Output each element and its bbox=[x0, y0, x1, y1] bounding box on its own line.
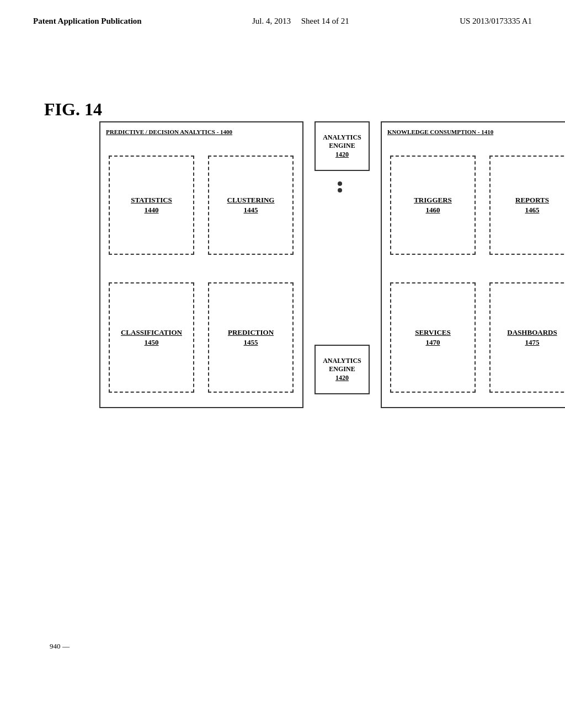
triggers-box: TRIGGERS 1460 bbox=[390, 156, 476, 255]
publication-label: Patent Application Publication bbox=[33, 17, 142, 25]
header-right: US 2013/0173335 A1 bbox=[460, 15, 532, 27]
classification-box: CLASSIFICATION 1450 bbox=[109, 282, 194, 393]
analytics-engine-bottom-label: ANALYTICS ENGINE 1420 bbox=[323, 357, 361, 383]
analytics-engine-top-label: ANALYTICS ENGINE 1420 bbox=[323, 133, 361, 159]
knowledge-title: KNOWLEDGE CONSUMPTION - 1410 bbox=[387, 128, 493, 136]
sheet-label: Sheet 14 of 21 bbox=[301, 17, 349, 25]
reports-label: REPORTS 1465 bbox=[515, 195, 549, 215]
services-box: SERVICES 1470 bbox=[390, 282, 476, 393]
clustering-label: CLUSTERING 1445 bbox=[227, 195, 275, 215]
services-label: SERVICES 1470 bbox=[415, 328, 451, 347]
dashboards-label: DASHBOARDS 1475 bbox=[507, 328, 557, 347]
analytics-dots bbox=[338, 181, 342, 192]
patent-number: US 2013/0173335 A1 bbox=[460, 17, 532, 25]
analytics-engine-bottom: ANALYTICS ENGINE 1420 bbox=[315, 345, 370, 394]
figure-label: FIG. 14 bbox=[44, 99, 102, 120]
diagram-container: PREDICTIVE / DECISION ANALYTICS - 1400 S… bbox=[99, 77, 532, 673]
predictive-title: PREDICTIVE / DECISION ANALYTICS - 1400 bbox=[106, 128, 232, 136]
dashboards-box: DASHBOARDS 1475 bbox=[489, 282, 565, 393]
reports-box: REPORTS 1465 bbox=[489, 156, 565, 255]
header-center: Jul. 4, 2013 Sheet 14 of 21 bbox=[252, 15, 349, 27]
clustering-box: CLUSTERING 1445 bbox=[208, 156, 294, 255]
knowledge-box: KNOWLEDGE CONSUMPTION - 1410 TRIGGERS 14… bbox=[381, 121, 565, 408]
main-content: FIG. 14 940 — PREDICTIVE / DECISION ANAL… bbox=[33, 66, 532, 695]
page-header: Patent Application Publication Jul. 4, 2… bbox=[0, 0, 565, 27]
statistics-box: STATISTICS 1440 bbox=[109, 156, 194, 255]
analytics-engine-top: ANALYTICS ENGINE 1420 bbox=[315, 121, 370, 171]
triggers-label: TRIGGERS 1460 bbox=[414, 195, 452, 215]
statistics-label: STATISTICS 1440 bbox=[131, 195, 172, 215]
predictive-box: PREDICTIVE / DECISION ANALYTICS - 1400 S… bbox=[99, 121, 303, 408]
dot2 bbox=[338, 188, 342, 192]
classification-label: CLASSIFICATION 1450 bbox=[121, 328, 182, 347]
prediction-label: PREDICTION 1455 bbox=[228, 328, 274, 347]
reference-arrow: 940 — bbox=[50, 642, 70, 651]
dot1 bbox=[338, 181, 342, 186]
header-left: Patent Application Publication bbox=[33, 15, 142, 27]
date-label: Jul. 4, 2013 bbox=[252, 17, 291, 25]
prediction-box: PREDICTION 1455 bbox=[208, 282, 294, 393]
